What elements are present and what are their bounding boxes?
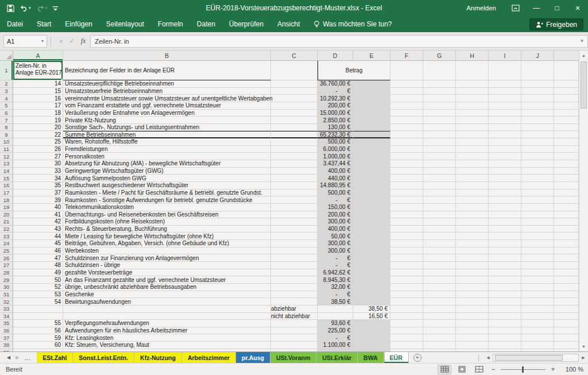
cell[interactable] (423, 138, 456, 146)
cell[interactable]: 37 (13, 190, 63, 197)
cell[interactable] (353, 138, 390, 146)
cell[interactable] (521, 298, 554, 306)
cell[interactable] (456, 254, 489, 262)
active-cell-a1[interactable]: Zeilen-Nr. inAnlage EÜR-2017 (13, 61, 63, 80)
sheet-tab-sonst-leist-entn-[interactable]: Sonst.Leist.Entn. (73, 352, 134, 363)
cell[interactable]: Geringwertige Wirtschaftsgüter (GWG) (63, 168, 271, 175)
cell[interactable]: abziehbar (271, 306, 318, 313)
cell[interactable] (423, 349, 456, 351)
cell[interactable] (489, 110, 521, 117)
cell[interactable] (489, 182, 521, 190)
cell[interactable]: 56 (13, 327, 63, 335)
cell[interactable] (353, 153, 390, 160)
cell[interactable] (423, 276, 456, 284)
add-sheet-button[interactable]: + (413, 354, 421, 362)
ribbon-tab-start[interactable]: Start (30, 16, 58, 32)
cell[interactable]: Fremdleistungen (63, 146, 271, 153)
cell[interactable] (489, 320, 521, 327)
sheet-tab-arbeitszimmer[interactable]: Arbeitszimmer (182, 352, 236, 363)
cell[interactable]: 33 (13, 168, 63, 175)
cell[interactable] (554, 233, 579, 240)
cell[interactable] (423, 254, 456, 262)
cell[interactable] (353, 254, 390, 262)
page-layout-view-icon[interactable] (455, 365, 469, 374)
cell[interactable] (390, 204, 423, 211)
cell[interactable] (489, 218, 521, 226)
cell[interactable] (456, 291, 489, 299)
cell[interactable] (271, 190, 318, 197)
cell[interactable]: nicht abziehbar (271, 313, 318, 320)
betrag-merged-header[interactable]: Betrag (318, 61, 390, 80)
cell[interactable]: Fortbildungskosten (ohne Reisekosten) (63, 218, 271, 226)
row-header-25[interactable]: 25 (0, 248, 13, 255)
cell[interactable]: Kfz: Leasingkosten (63, 334, 271, 342)
column-header-G[interactable]: G (423, 51, 456, 60)
cell[interactable] (456, 182, 489, 190)
cell[interactable] (521, 102, 554, 110)
cell[interactable] (489, 334, 521, 342)
formula-input[interactable]: Zeilen-Nr. in (90, 35, 577, 48)
cell[interactable]: 8.945,30 € (318, 276, 353, 284)
row-header-19[interactable]: 19 (0, 204, 13, 211)
cell[interactable] (554, 61, 579, 80)
cell[interactable] (353, 102, 390, 110)
cell[interactable] (423, 248, 456, 255)
cell[interactable] (390, 284, 423, 291)
cell[interactable] (489, 102, 521, 110)
cell[interactable] (489, 284, 521, 291)
cell[interactable]: 400,00 € (318, 168, 353, 175)
cell[interactable]: Raumkosten - Miete / Pacht für Geschäfts… (63, 190, 271, 197)
cell[interactable] (554, 313, 579, 320)
cell[interactable] (521, 269, 554, 277)
row-header-20[interactable]: 20 (0, 211, 13, 219)
cell[interactable] (390, 131, 423, 138)
cell[interactable]: 52 (13, 284, 63, 291)
ribbon-display-options-icon[interactable] (505, 0, 526, 16)
scroll-right-icon[interactable]: ▶ (579, 352, 588, 364)
cell[interactable] (554, 248, 579, 255)
cell[interactable] (521, 80, 554, 88)
row-header-34[interactable]: 34 (0, 313, 13, 320)
cell[interactable] (456, 131, 489, 138)
cell[interactable] (456, 196, 489, 204)
cell[interactable] (353, 218, 390, 226)
ribbon-tab-formeln[interactable]: Formeln (151, 16, 190, 32)
cell[interactable]: 50,00 € (318, 233, 353, 240)
cell[interactable] (456, 248, 489, 255)
row-header-9[interactable]: 9 (0, 131, 13, 138)
cell[interactable] (271, 88, 318, 95)
undo-button[interactable]: ▾ (18, 2, 33, 14)
cell[interactable]: 46 (13, 248, 63, 255)
cell[interactable] (423, 80, 456, 88)
select-all-corner[interactable] (0, 51, 13, 60)
row-header-21[interactable]: 21 (0, 218, 13, 226)
cell[interactable] (13, 306, 63, 313)
cell[interactable]: 150,00 € (318, 204, 353, 211)
cell[interactable] (521, 204, 554, 211)
cell[interactable]: 54 (13, 298, 63, 306)
cell[interactable] (271, 291, 318, 299)
cell[interactable] (423, 95, 456, 102)
cell[interactable] (456, 327, 489, 335)
cell[interactable] (353, 110, 390, 117)
column-header-A[interactable]: A (13, 51, 63, 60)
cell[interactable] (456, 218, 489, 226)
cell[interactable] (423, 298, 456, 306)
cell[interactable] (390, 240, 423, 248)
cell[interactable] (390, 276, 423, 284)
cell[interactable]: Bezeichnung der Felder in der Anlage EÜR (63, 61, 271, 80)
cell[interactable] (353, 334, 390, 342)
cell[interactable]: - € (318, 334, 353, 342)
cell[interactable]: 93,60 € (318, 320, 353, 327)
cell[interactable]: 200,00 € (318, 102, 353, 110)
cell[interactable] (390, 298, 423, 306)
cell[interactable] (353, 95, 390, 102)
cell[interactable] (554, 146, 579, 153)
cell[interactable]: Private Kfz-Nutzung (63, 117, 271, 124)
cell[interactable] (271, 240, 318, 248)
cell[interactable] (271, 117, 318, 124)
cell[interactable]: Umsatzsteuerfreie Betriebseinnahmen (63, 88, 271, 95)
cell[interactable]: 6.942,62 € (318, 269, 353, 277)
cell[interactable] (423, 175, 456, 182)
cell[interactable] (353, 88, 390, 95)
